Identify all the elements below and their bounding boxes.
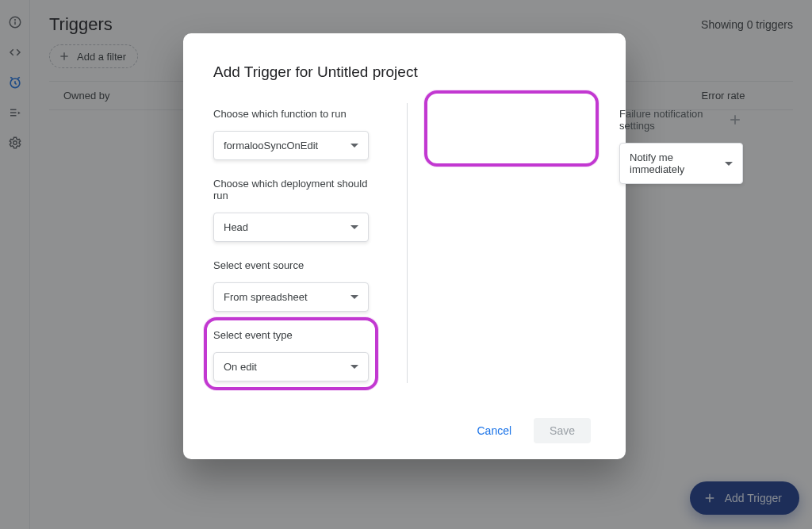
- chevron-down-icon: [350, 144, 358, 148]
- field-notification: Failure notification settings Notify me …: [619, 108, 743, 184]
- field-event-type: Select event type On edit: [213, 329, 369, 381]
- dialog-body: Choose which function to run formalooSyn…: [213, 103, 596, 410]
- notification-select[interactable]: Notify me immediately: [619, 143, 743, 184]
- deployment-label: Choose which deployment should run: [213, 178, 369, 201]
- column-divider: [407, 103, 408, 383]
- deployment-value: Head: [224, 221, 248, 233]
- add-notification-button[interactable]: [727, 111, 743, 128]
- notification-label: Failure notification settings: [619, 108, 727, 132]
- dialog-title: Add Trigger for Untitled project: [213, 63, 596, 81]
- function-value: formalooSyncOnEdit: [224, 140, 318, 151]
- field-function: Choose which function to run formalooSyn…: [213, 108, 369, 160]
- deployment-select[interactable]: Head: [213, 213, 369, 242]
- add-trigger-dialog: Add Trigger for Untitled project Choose …: [183, 33, 626, 459]
- chevron-down-icon: [725, 162, 733, 166]
- function-label: Choose which function to run: [213, 108, 369, 120]
- function-select[interactable]: formalooSyncOnEdit: [213, 131, 369, 160]
- chevron-down-icon: [350, 295, 358, 299]
- event-type-select[interactable]: On edit: [213, 352, 369, 381]
- save-button[interactable]: Save: [534, 418, 591, 443]
- event-source-label: Select event source: [213, 259, 369, 271]
- chevron-down-icon: [350, 225, 358, 229]
- event-source-select[interactable]: From spreadsheet: [213, 282, 369, 312]
- field-event-source: Select event source From spreadsheet: [213, 259, 369, 312]
- dialog-actions: Cancel Save: [213, 410, 596, 443]
- highlight-notification: [424, 90, 599, 167]
- field-deployment: Choose which deployment should run Head: [213, 178, 369, 242]
- event-type-value: On edit: [224, 361, 257, 373]
- notification-value: Notify me immediately: [630, 151, 725, 175]
- cancel-button[interactable]: Cancel: [469, 418, 519, 443]
- event-type-label: Select event type: [213, 329, 369, 341]
- chevron-down-icon: [350, 365, 358, 369]
- event-source-value: From spreadsheet: [224, 291, 308, 303]
